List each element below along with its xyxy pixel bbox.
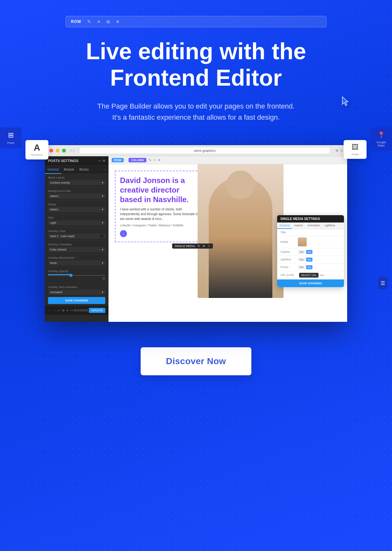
address-bar[interactable]: store.graphics	[80, 148, 330, 153]
media-field-media: Media	[277, 236, 344, 248]
menu-icon[interactable]: ≡	[96, 19, 102, 25]
media-settings-panel: SINGLE MEDIA SETTINGS General Aspect Ani…	[277, 215, 344, 287]
media-thumb-img	[298, 237, 307, 246]
edit-toolbar-icon[interactable]: ✎	[148, 158, 151, 162]
undo-icon[interactable]: ↩	[58, 309, 60, 312]
add-toolbar-icon[interactable]: +	[153, 158, 156, 162]
media-bar-refresh[interactable]: ⟳	[203, 244, 205, 248]
grid-icon[interactable]: ⊞	[62, 309, 65, 312]
media-thumbnail[interactable]	[298, 237, 307, 246]
browser-content: POSTS SETTINGS — ✕ General Module Blocks…	[45, 156, 347, 322]
floating-text-module[interactable]: A Text Block	[25, 140, 48, 159]
main-content-toolbar: ROW › COLUMN ✎ + ✕	[108, 156, 347, 164]
overlay-color-select[interactable]: Dark 2 · color-wayh	[48, 234, 105, 239]
settings-field-overlay-opacity: Overlay Opacity 30	[45, 268, 108, 284]
caption-no[interactable]: No	[306, 250, 312, 254]
nav-prev[interactable]: ←	[48, 309, 51, 312]
select-url-button[interactable]: SELECT URL	[299, 273, 318, 278]
floating-module-left[interactable]: ⊞ Posts	[0, 127, 22, 148]
poster-toggle: Yes No	[298, 265, 312, 269]
blend-mode-select[interactable]: None▾	[48, 260, 105, 265]
lightbox-yes[interactable]: Yes	[298, 258, 305, 262]
scroll-down-icon[interactable]: ↓	[120, 230, 127, 237]
media-tab-lightbox[interactable]: Lightbox	[322, 223, 338, 229]
browser-actions: ⊕ ≡	[335, 148, 343, 153]
svg-marker-0	[342, 97, 348, 106]
media-settings-header: SINGLE MEDIA SETTINGS	[277, 215, 344, 223]
block-layout-select[interactable]: Content overlay▾	[48, 180, 105, 185]
overlay-coloration-select[interactable]: Fully colored▾	[48, 247, 105, 252]
list-icon-symbol: ☰	[381, 280, 385, 286]
settings-field-blend-mode: Overlay Blend Mode * None▾	[45, 254, 108, 268]
settings-minimize[interactable]: —	[98, 159, 101, 163]
close-icon[interactable]: ✕	[115, 19, 121, 25]
browser-menu-icon[interactable]: ≡	[340, 148, 343, 153]
shape-select[interactable]: Select...▾	[48, 207, 105, 212]
browser-dot-yellow	[56, 149, 60, 152]
settings-field-shape: Shape Select...▾	[45, 201, 108, 214]
page-wrapper: ROW ✎ ≡ ⧉ ✕ Live editing with the Fronte…	[0, 0, 392, 551]
browser-dot-red	[49, 149, 53, 152]
media-bar-edit[interactable]: ✎	[198, 244, 200, 248]
settings-tab-more[interactable]: ···	[101, 166, 108, 174]
media-bar-close[interactable]: ✕	[208, 244, 210, 248]
text-animation-select[interactable]: Animated▾	[48, 290, 105, 295]
person-head	[226, 171, 255, 199]
forward-arrow[interactable]: ›	[73, 148, 74, 153]
code-icon[interactable]: <>	[70, 309, 74, 312]
row-toolbar-btn[interactable]: ROW	[112, 158, 124, 162]
copy-icon[interactable]: ⧉	[105, 19, 111, 25]
settings-tab-general[interactable]: General	[45, 166, 61, 174]
settings-close[interactable]: ✕	[102, 159, 105, 163]
save-changes-button[interactable]: SAVE CHANGES	[48, 297, 105, 304]
single-media-bar: SINGLE MEDIA ✎ ⟳ ✕	[172, 244, 213, 249]
lightbox-no[interactable]: No	[306, 258, 312, 262]
settings-panel: POSTS SETTINGS — ✕ General Module Blocks…	[45, 156, 108, 322]
bottom-icons: ← → ↩ ⊞ ● <>	[48, 309, 74, 312]
settings-tab-module[interactable]: Module	[61, 166, 77, 174]
settings-panel-title: POSTS SETTINGS	[48, 159, 78, 163]
settings-field-text-animation: Overlay Text Animation Animated▾	[45, 284, 108, 295]
image-module-label: Image	[352, 153, 359, 156]
settings-bottom-bar: ← → ↩ ⊞ ● <> BACKEND UPDATE	[45, 306, 108, 315]
edit-icon[interactable]: ✎	[86, 19, 92, 25]
opacity-slider-container: 30	[48, 274, 105, 281]
backend-label[interactable]: BACKEND	[74, 309, 88, 312]
browser-share-icon[interactable]: ⊕	[335, 148, 339, 153]
hero-title-line1: Live editing with the	[86, 39, 306, 64]
browser-dot-green	[62, 149, 66, 152]
settings-field-block-layout: Block Layout Content overlay▾	[45, 174, 108, 187]
close-toolbar-icon[interactable]: ✕	[158, 158, 161, 162]
hero-subtitle: The Page Builder allows you to edit your…	[85, 101, 307, 123]
browser-titlebar: ‹ › store.graphics ⊕ ≡	[45, 145, 347, 156]
settings-tab-blocks[interactable]: Blocks	[77, 166, 91, 174]
person-image	[198, 164, 284, 298]
caption-yes[interactable]: Yes	[298, 250, 305, 254]
floating-module-right[interactable]: 📍 Google Maps	[370, 127, 392, 151]
column-toolbar-btn[interactable]: COLUMN	[129, 158, 146, 162]
settings-dot[interactable]: ●	[66, 309, 68, 312]
nav-next[interactable]: →	[53, 309, 56, 312]
settings-field-overlay-coloration: Overlay Coloration Fully colored▾	[45, 241, 108, 254]
poster-no[interactable]: No	[306, 265, 312, 269]
poster-yes[interactable]: Yes	[298, 265, 305, 269]
media-field-title: Title	[277, 229, 344, 236]
screenshot-container: ‹ › store.graphics ⊕ ≡ POSTS SETTINGS	[45, 145, 347, 322]
skin-select[interactable]: Light▾	[48, 220, 105, 225]
media-save-button[interactable]: SAVE CHANGES	[277, 279, 344, 287]
discover-now-button[interactable]: Discover Now	[141, 347, 252, 375]
media-field-lightbox: Lightbox Yes No	[277, 256, 344, 264]
floating-image-module[interactable]: 🖼 Image	[344, 140, 367, 159]
bg-color-select[interactable]: Select...▾	[48, 194, 105, 199]
back-arrow[interactable]: ‹	[70, 148, 72, 153]
list-icon-right[interactable]: ☰	[378, 277, 388, 289]
settings-fields-list: Block Layout Content overlay▾ Background…	[45, 174, 108, 295]
hero-subtitle-line2: It's a fantastic experience that allows …	[112, 113, 280, 121]
media-tab-general[interactable]: General	[277, 223, 292, 229]
media-tab-aspect[interactable]: Aspect	[292, 223, 305, 229]
browser-nav[interactable]: ‹ ›	[70, 148, 74, 153]
maps-icon: 📍	[377, 131, 385, 139]
media-tab-animation[interactable]: Animation	[305, 223, 322, 229]
update-button[interactable]: UPDATE	[89, 308, 105, 313]
browser-main: ROW › COLUMN ✎ + ✕ David Jonson is a cre…	[108, 156, 347, 322]
